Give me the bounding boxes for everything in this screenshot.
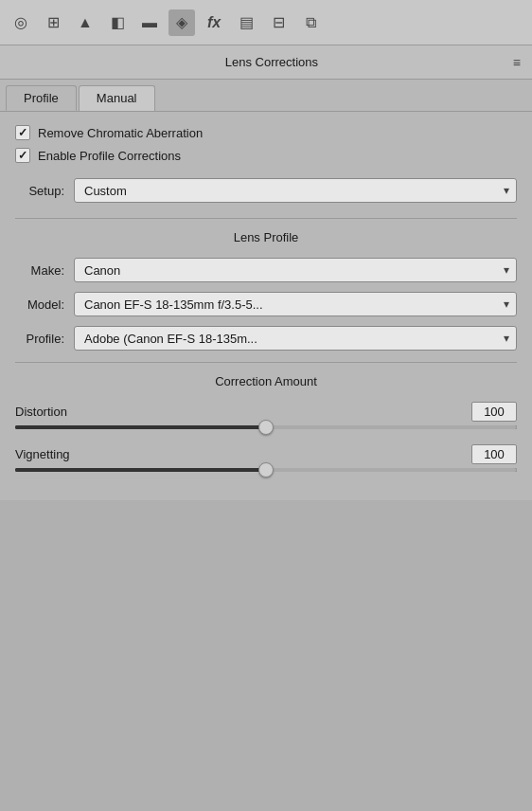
profile-select[interactable]: Adobe (Canon EF-S 18-135m...	[74, 326, 517, 351]
tab-profile[interactable]: Profile	[6, 85, 77, 111]
distortion-slider-row: Distortion	[15, 402, 517, 429]
divider-2	[15, 362, 517, 363]
vignetting-value[interactable]	[471, 444, 517, 464]
grid-icon[interactable]: ⊞	[40, 9, 66, 36]
tabs: Profile Manual	[0, 80, 532, 112]
divider-1	[15, 218, 517, 219]
circle-icon[interactable]: ◎	[8, 9, 34, 36]
panel-title: Lens Corrections	[30, 55, 513, 69]
enable-profile-label: Enable Profile Corrections	[38, 149, 181, 163]
profile-row: Profile: Adobe (Canon EF-S 18-135m...	[15, 326, 517, 351]
model-select-wrapper: Canon EF-S 18-135mm f/3.5-5...	[74, 292, 517, 316]
distortion-value[interactable]	[471, 402, 517, 422]
remove-chromatic-checkbox[interactable]	[15, 125, 30, 140]
remove-chromatic-row: Remove Chromatic Aberration	[15, 125, 517, 140]
correction-amount-title: Correction Amount	[15, 374, 517, 388]
vignetting-slider-container	[15, 468, 517, 472]
distortion-header: Distortion	[15, 402, 517, 422]
distortion-slider[interactable]	[15, 425, 517, 429]
toolbar: ◎ ⊞ ▲ ◧ ▬ ◈ fx ▤ ⊟ ⧉	[0, 0, 532, 45]
tone-icon[interactable]: ◧	[104, 9, 131, 36]
content: Remove Chromatic Aberration Enable Profi…	[0, 112, 532, 500]
vignetting-slider-row: Vignetting	[15, 444, 517, 472]
profile-select-wrapper: Adobe (Canon EF-S 18-135m...	[74, 326, 517, 351]
model-select[interactable]: Canon EF-S 18-135mm f/3.5-5...	[74, 292, 517, 316]
setup-label: Setup:	[15, 184, 64, 198]
profile-label: Profile:	[15, 332, 64, 346]
distortion-label: Distortion	[15, 405, 67, 419]
model-row: Model: Canon EF-S 18-135mm f/3.5-5...	[15, 292, 517, 316]
make-row: Make: Canon Nikon Sony	[15, 258, 517, 282]
hsl-icon[interactable]: ▬	[136, 9, 163, 36]
vignetting-header: Vignetting	[15, 444, 517, 464]
distortion-slider-container	[15, 425, 517, 429]
make-select[interactable]: Canon Nikon Sony	[74, 258, 517, 282]
remove-chromatic-label: Remove Chromatic Aberration	[38, 126, 203, 140]
setup-row: Setup: Default Auto Custom	[15, 178, 517, 203]
make-select-wrapper: Canon Nikon Sony	[74, 258, 517, 282]
tab-manual[interactable]: Manual	[79, 85, 155, 111]
checkbox-group: Remove Chromatic Aberration Enable Profi…	[15, 125, 517, 163]
transform-icon[interactable]: ⧉	[297, 9, 324, 36]
lens-icon[interactable]: ⊟	[265, 9, 292, 36]
setup-select-wrapper: Default Auto Custom	[74, 178, 517, 203]
detail-icon[interactable]: ◈	[168, 9, 195, 36]
vignetting-label: Vignetting	[15, 447, 70, 461]
make-label: Make:	[15, 263, 64, 278]
panel-header: Lens Corrections ≡	[0, 45, 532, 80]
lens-profile-title: Lens Profile	[15, 230, 517, 244]
vignetting-slider[interactable]	[15, 468, 517, 472]
mountain-icon[interactable]: ▲	[72, 9, 98, 36]
panel-menu-icon[interactable]: ≡	[513, 55, 521, 70]
enable-profile-row: Enable Profile Corrections	[15, 148, 517, 163]
setup-select[interactable]: Default Auto Custom	[74, 178, 517, 203]
correction-section: Correction Amount Distortion Vignetting	[15, 374, 517, 472]
fx-icon[interactable]: fx	[201, 9, 227, 36]
model-label: Model:	[15, 297, 64, 312]
enable-profile-checkbox[interactable]	[15, 148, 30, 163]
filmstrip-icon[interactable]: ▤	[233, 9, 259, 36]
